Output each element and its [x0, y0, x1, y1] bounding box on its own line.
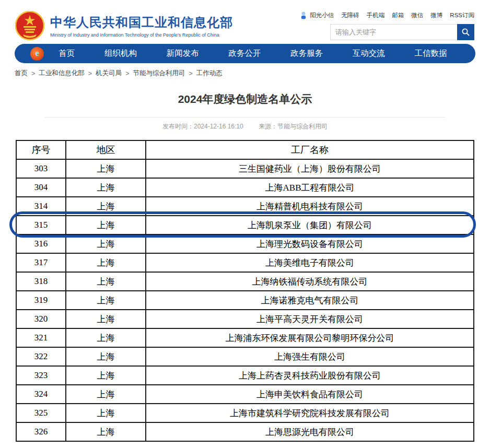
- topbar-link[interactable]: RSS订阅: [450, 11, 474, 19]
- table-cell: 上海: [66, 197, 146, 216]
- table-row: 320上海上海平高天灵开关有限公司: [16, 310, 474, 328]
- table-cell: 上海: [66, 234, 146, 253]
- article-source: 来源：节能与综合利用司: [259, 123, 328, 130]
- topbar-link[interactable]: 阳光小信: [310, 11, 334, 19]
- table-row: 321上海上海浦东环保发展有限公司黎明环保分公司: [16, 328, 474, 347]
- topbar-link[interactable]: 微博: [430, 11, 442, 19]
- table-row: 315上海上海凯泉泵业（集团）有限公司: [16, 216, 474, 234]
- table-cell: 上海: [66, 385, 146, 404]
- table-row: 317上海上海美维电子有限公司: [16, 253, 474, 272]
- table-row: 326上海上海思源光电有限公司: [16, 422, 474, 441]
- miit-swirl-logo-icon: e: [30, 47, 44, 61]
- table-body: 303上海三生国健药业（上海）股份有限公司304上海上海ABB工程有限公司314…: [16, 159, 474, 441]
- sunshine-assistant-icon: [300, 11, 307, 19]
- table-cell: 上海: [66, 422, 146, 441]
- table-cell: 326: [16, 422, 66, 441]
- table-header-row: 序号地区工厂名称: [16, 140, 474, 159]
- breadcrumb-separator: >: [125, 70, 129, 77]
- table-cell: 324: [16, 385, 66, 404]
- breadcrumb-item[interactable]: 机关司局: [96, 69, 122, 78]
- table-column-header: 工厂名称: [146, 140, 474, 159]
- table-cell: 上海: [66, 159, 146, 178]
- table-cell: 320: [16, 310, 66, 328]
- search-button[interactable]: [457, 24, 474, 40]
- site-header: 中华人民共和国工业和信息化部 Ministry of Industry and …: [0, 0, 490, 44]
- topbar-links: 阳光小信无障碍手机端邮箱微信微博RSS订阅: [300, 11, 474, 19]
- search-input[interactable]: [330, 24, 457, 40]
- table-column-header: 地区: [66, 140, 146, 159]
- table-cell: 上海: [66, 404, 146, 422]
- main-nav: e 首页组织机构新闻发布政务公开政务服务互动交流工信数据: [15, 44, 475, 63]
- table-row: 314上海上海精普机电科技有限公司: [16, 197, 474, 216]
- table-cell: 321: [16, 328, 66, 347]
- breadcrumb-separator: >: [31, 70, 35, 77]
- table-row: 323上海上海上药杏灵科技药业股份有限公司: [16, 366, 474, 385]
- table-cell: 315: [16, 216, 66, 234]
- factory-table: 序号地区工厂名称 303上海三生国健药业（上海）股份有限公司304上海上海ABB…: [16, 140, 474, 442]
- table-column-header: 序号: [16, 140, 66, 159]
- table-cell: 上海上药杏灵科技药业股份有限公司: [146, 366, 474, 385]
- table-cell: 上海纳铁福传动系统有限公司: [146, 272, 474, 291]
- breadcrumb-item[interactable]: 工业和信息化部: [39, 69, 85, 78]
- table-row: 316上海上海理光数码设备有限公司: [16, 234, 474, 253]
- table-cell: 上海ABB工程有限公司: [146, 178, 474, 197]
- table-cell: 323: [16, 366, 66, 385]
- table-cell: 314: [16, 197, 66, 216]
- table-cell: 上海: [66, 272, 146, 291]
- table-cell: 上海浦东环保发展有限公司黎明环保分公司: [146, 328, 474, 347]
- nav-item[interactable]: 政务公开: [228, 48, 261, 59]
- table-row: 319上海上海诺雅克电气有限公司: [16, 291, 474, 310]
- brand-text: 中华人民共和国工业和信息化部 Ministry of Industry and …: [50, 14, 233, 38]
- table-cell: 上海: [66, 216, 146, 234]
- table-cell: 上海理光数码设备有限公司: [146, 234, 474, 253]
- table-cell: 上海美维电子有限公司: [146, 253, 474, 272]
- table-cell: 319: [16, 291, 66, 310]
- breadcrumb-item[interactable]: 工作动态: [196, 69, 223, 78]
- factory-table-wrap: 序号地区工厂名称 303上海三生国健药业（上海）股份有限公司304上海上海ABB…: [16, 140, 474, 442]
- table-cell: 三生国健药业（上海）股份有限公司: [146, 159, 474, 178]
- table-cell: 上海: [66, 291, 146, 310]
- main-nav-items: 首页组织机构新闻发布政务公开政务服务互动交流工信数据: [44, 48, 462, 59]
- article-meta: 发布时间：2024-12-16 16:10 来源：节能与综合利用司: [0, 122, 490, 131]
- topbar-link[interactable]: 无障碍: [341, 11, 359, 19]
- table-row: 303上海三生国健药业（上海）股份有限公司: [16, 159, 474, 178]
- search-bar: [330, 24, 474, 40]
- breadcrumb: 首页>工业和信息化部>机关司局>节能与综合利用司>工作动态: [15, 69, 475, 78]
- table-cell: 上海市建筑科学研究院科技发展有限公司: [146, 404, 474, 422]
- table-row: 322上海上海强生有限公司: [16, 347, 474, 366]
- table-cell: 上海: [66, 328, 146, 347]
- table-cell: 上海强生有限公司: [146, 347, 474, 366]
- nav-item[interactable]: 首页: [59, 48, 75, 59]
- search-icon: [461, 28, 470, 37]
- nav-item[interactable]: 工信数据: [415, 48, 447, 59]
- topbar-link[interactable]: 邮箱: [392, 11, 404, 19]
- header-right: 阳光小信无障碍手机端邮箱微信微博RSS订阅: [300, 10, 474, 40]
- nav-item[interactable]: 组织机构: [104, 48, 137, 59]
- topbar-link[interactable]: 微信: [411, 11, 423, 19]
- breadcrumb-separator: >: [189, 70, 192, 77]
- breadcrumb-item[interactable]: 节能与综合利用司: [133, 69, 185, 78]
- nav-item[interactable]: 新闻发布: [167, 48, 199, 59]
- nav-item[interactable]: 政务服务: [290, 48, 323, 59]
- page-title: 2024年度绿色制造名单公示: [0, 92, 490, 107]
- table-cell: 上海: [66, 253, 146, 272]
- table-cell: 上海: [66, 178, 146, 197]
- table-cell: 上海诺雅克电气有限公司: [146, 291, 474, 310]
- table-cell: 上海思源光电有限公司: [146, 422, 474, 441]
- breadcrumb-separator: >: [88, 70, 92, 77]
- table-cell: 上海: [66, 310, 146, 328]
- table-cell: 322: [16, 347, 66, 366]
- nav-item[interactable]: 互动交流: [353, 48, 385, 59]
- table-row: 318上海上海纳铁福传动系统有限公司: [16, 272, 474, 291]
- table-cell: 上海申美饮料食品有限公司: [146, 385, 474, 404]
- table-cell: 303: [16, 159, 66, 178]
- table-row: 325上海上海市建筑科学研究院科技发展有限公司: [16, 404, 474, 422]
- topbar-link[interactable]: 手机端: [367, 11, 385, 19]
- table-cell: 325: [16, 404, 66, 422]
- publish-time: 发布时间：2024-12-16 16:10: [162, 123, 243, 130]
- breadcrumb-item[interactable]: 首页: [15, 69, 28, 78]
- table-cell: 304: [16, 178, 66, 197]
- site-title-en: Ministry of Industry and Information Tec…: [50, 32, 233, 38]
- table-cell: 上海凯泉泵业（集团）有限公司: [146, 216, 474, 234]
- table-cell: 上海精普机电科技有限公司: [146, 197, 474, 216]
